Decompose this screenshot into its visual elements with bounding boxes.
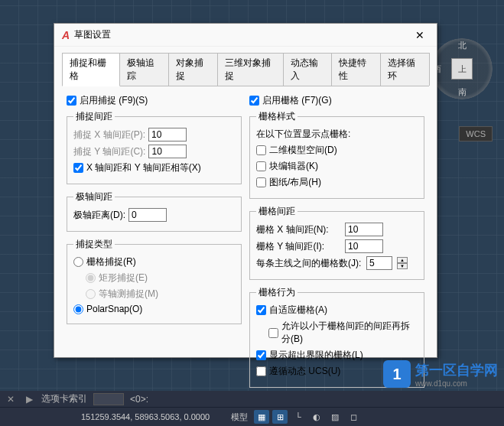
grid-behavior-legend: 栅格行为: [256, 286, 298, 299]
blockeditor-checkbox[interactable]: [256, 161, 266, 171]
tab-3dosnap[interactable]: 三维对象捕捉: [217, 53, 284, 86]
snap-spacing-legend: 捕捉间距: [73, 110, 115, 123]
snap-x-input[interactable]: [148, 128, 187, 141]
polar-spacing-group: 极轴间距 极轴距离(D):: [67, 190, 242, 232]
drafting-settings-dialog: A 草图设置 ✕ 捕捉和栅格 极轴追踪 对象捕捉 三维对象捕捉 动态输入 快捷特…: [54, 23, 437, 358]
grid-x-label: 栅格 X 轴间距(N):: [256, 223, 342, 236]
grid-icon[interactable]: ▦: [254, 410, 269, 424]
titlebar: A 草图设置 ✕: [54, 24, 437, 47]
tab-index-value: <0>:: [130, 394, 148, 405]
snap-spacing-group: 捕捉间距 捕捉 X 轴间距(P): 捕捉 Y 轴间距(C): X 轴间距和 Y …: [67, 110, 242, 184]
model-tab[interactable]: 模型: [228, 410, 251, 424]
iso-snap-label: 等轴测捕捉(M): [99, 288, 158, 301]
polar-snap-radio[interactable]: [73, 304, 83, 314]
osnap-icon[interactable]: ◻: [346, 410, 361, 424]
tab-snap-grid[interactable]: 捕捉和栅格: [62, 53, 120, 86]
grid-style-group: 栅格样式 在以下位置显示点栅格: 二维模型空间(D) 块编辑器(K) 图纸/布局…: [249, 110, 424, 199]
app-logo-icon: A: [62, 29, 70, 41]
polar-icon[interactable]: ◐: [309, 410, 324, 424]
blockeditor-label: 块编辑器(K): [269, 160, 318, 173]
polar-dist-label: 极轴距离(D):: [73, 209, 125, 222]
ortho-icon[interactable]: └: [291, 410, 306, 424]
coordinates[interactable]: 151259.3544, 58963.5063, 0.0000: [81, 412, 210, 421]
grid-style-hint: 在以下位置显示点栅格:: [256, 128, 350, 141]
tab-dyninput[interactable]: 动态输入: [283, 53, 333, 86]
snap-icon[interactable]: ⊞: [272, 410, 288, 424]
equal-xy-label: X 轴间距和 Y 轴间距相等(X): [86, 161, 201, 174]
grid-y-label: 栅格 Y 轴间距(I):: [256, 240, 342, 253]
grid-snap-radio[interactable]: [73, 257, 83, 267]
close-x-icon[interactable]: ✕: [5, 393, 17, 405]
dialog-title: 草图设置: [74, 28, 411, 41]
equal-xy-checkbox[interactable]: [73, 163, 83, 173]
rect-snap-radio[interactable]: [86, 273, 96, 283]
showbeyond-label: 显示超出界限的栅格(L): [269, 349, 363, 362]
grid-snap-label: 栅格捕捉(R): [86, 255, 136, 268]
snap-type-legend: 捕捉类型: [73, 238, 115, 251]
spin-up-icon[interactable]: ▲: [397, 257, 408, 263]
showbeyond-checkbox[interactable]: [256, 350, 266, 360]
polar-spacing-legend: 极轴间距: [73, 190, 115, 203]
polar-dist-input[interactable]: [128, 208, 167, 222]
status-bar: ✕ ▶ 选项卡索引 <0>: 151259.3544, 58963.5063, …: [0, 391, 504, 426]
adaptive-label: 自适应栅格(A): [269, 304, 327, 317]
iso-icon[interactable]: ▨: [327, 410, 343, 424]
major-lines-spinner[interactable]: ▲▼: [397, 257, 408, 269]
close-icon[interactable]: ✕: [411, 28, 429, 43]
wcs-label[interactable]: WCS: [459, 126, 493, 141]
allowsub-label: 允许以小于栅格间距的间距再拆分(B): [281, 320, 418, 346]
adaptive-checkbox[interactable]: [256, 305, 266, 315]
viewcube[interactable]: 北 南 西 上: [431, 38, 493, 99]
modelspace-checkbox[interactable]: [256, 145, 266, 155]
enable-grid-label: 启用栅格 (F7)(G): [262, 94, 332, 107]
polar-snap-label: PolarSnap(O): [86, 304, 142, 314]
major-lines-input[interactable]: [366, 256, 392, 270]
grid-spacing-legend: 栅格间距: [256, 205, 298, 218]
snap-y-input[interactable]: [148, 145, 187, 158]
watermark-title: 第一区自学网: [415, 361, 498, 379]
major-lines-label: 每条主线之间的栅格数(J):: [256, 257, 363, 270]
modelspace-label: 二维模型空间(D): [269, 144, 337, 157]
followucs-label: 遵循动态 UCS(U): [269, 365, 340, 378]
tab-selcycle[interactable]: 选择循环: [380, 53, 430, 86]
watermark: 1 第一区自学网 www.d1qu.com: [383, 360, 498, 388]
tab-polar[interactable]: 极轴追踪: [119, 53, 169, 86]
tab-index-label: 选项卡索引: [41, 392, 87, 405]
watermark-badge: 1: [383, 360, 411, 388]
watermark-url: www.d1qu.com: [415, 379, 498, 388]
grid-x-input[interactable]: [345, 223, 383, 236]
tab-osnap[interactable]: 对象捕捉: [168, 53, 218, 86]
snap-x-label: 捕捉 X 轴间距(P):: [73, 128, 145, 141]
spin-down-icon[interactable]: ▼: [397, 263, 408, 269]
viewcube-top[interactable]: 上: [451, 58, 473, 80]
allowsub-checkbox[interactable]: [268, 328, 278, 338]
rect-snap-label: 矩形捕捉(E): [99, 272, 148, 285]
tab-quickprops[interactable]: 快捷特性: [331, 53, 381, 86]
chevron-right-icon[interactable]: ▶: [23, 393, 35, 405]
enable-snap-checkbox[interactable]: [67, 96, 76, 106]
grid-spacing-group: 栅格间距 栅格 X 轴间距(N): 栅格 Y 轴间距(I): 每条主线之间的栅格…: [249, 205, 424, 280]
viewcube-south[interactable]: 南: [458, 86, 467, 98]
command-input[interactable]: [93, 393, 124, 405]
layout-checkbox[interactable]: [256, 177, 266, 187]
enable-snap-label: 启用捕捉 (F9)(S): [80, 94, 148, 107]
followucs-checkbox[interactable]: [256, 366, 266, 376]
grid-style-legend: 栅格样式: [256, 110, 298, 123]
viewcube-north[interactable]: 北: [458, 40, 467, 51]
layout-label: 图纸/布局(H): [269, 176, 321, 189]
snap-y-label: 捕捉 Y 轴间距(C):: [73, 145, 145, 158]
tab-strip: 捕捉和栅格 极轴追踪 对象捕捉 三维对象捕捉 动态输入 快捷特性 选择循环: [62, 53, 429, 86]
enable-grid-checkbox[interactable]: [249, 96, 259, 106]
snap-type-group: 捕捉类型 栅格捕捉(R) 矩形捕捉(E) 等轴测捕捉(M) PolarSnap(…: [67, 238, 242, 324]
grid-y-input[interactable]: [345, 239, 383, 253]
iso-snap-radio[interactable]: [86, 289, 96, 299]
